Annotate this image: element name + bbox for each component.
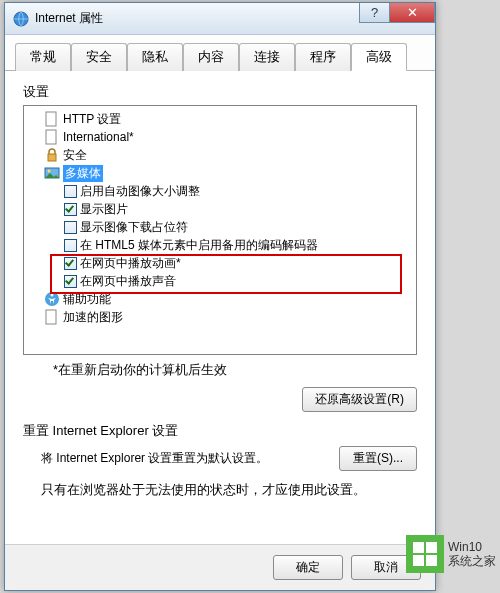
checkbox-auto-resize[interactable]	[64, 185, 77, 198]
tree-item-auto-resize[interactable]: 启用自动图像大小调整	[26, 182, 414, 200]
tree-label: 安全	[63, 147, 87, 164]
watermark-line1: Win10	[448, 540, 496, 554]
svg-rect-3	[48, 154, 56, 161]
watermark-line2: 系统之家	[448, 554, 496, 568]
tree-node-multimedia[interactable]: 多媒体	[26, 164, 414, 182]
internet-icon	[13, 11, 29, 27]
restore-advanced-button[interactable]: 还原高级设置(R)	[302, 387, 417, 412]
dialog-footer: 确定 取消	[5, 544, 435, 590]
tab-strip: 常规 安全 隐私 内容 连接 程序 高级	[5, 35, 435, 71]
tree-label: International*	[63, 130, 134, 144]
settings-label: 设置	[23, 83, 417, 101]
tree-item-label: 启用自动图像大小调整	[80, 183, 200, 200]
page-icon	[44, 111, 60, 127]
tree-item-label: 显示图片	[80, 201, 128, 218]
window-buttons: ? ✕	[359, 3, 435, 23]
help-button[interactable]: ?	[359, 3, 389, 23]
close-button[interactable]: ✕	[389, 3, 435, 23]
checkbox-show-placeholder[interactable]	[64, 221, 77, 234]
reset-hint: 只有在浏览器处于无法使用的状态时，才应使用此设置。	[41, 481, 417, 499]
lock-icon	[44, 147, 60, 163]
page-icon	[44, 129, 60, 145]
tab-advanced[interactable]: 高级	[351, 43, 407, 71]
checkbox-html5-codec[interactable]	[64, 239, 77, 252]
tab-privacy[interactable]: 隐私	[127, 43, 183, 71]
tree-item-html5-codec[interactable]: 在 HTML5 媒体元素中启用备用的编码解码器	[26, 236, 414, 254]
restart-note: *在重新启动你的计算机后生效	[53, 361, 417, 379]
tree-item-show-placeholder[interactable]: 显示图像下载占位符	[26, 218, 414, 236]
ok-button[interactable]: 确定	[273, 555, 343, 580]
win10-logo-icon	[406, 535, 444, 573]
tab-connections[interactable]: 连接	[239, 43, 295, 71]
reset-group-label: 重置 Internet Explorer 设置	[23, 422, 417, 440]
titlebar[interactable]: Internet 属性 ? ✕	[5, 3, 435, 35]
watermark-text: Win10 系统之家	[448, 540, 496, 568]
svg-rect-1	[46, 112, 56, 126]
reset-row: 将 Internet Explorer 设置重置为默认设置。 重置(S)...	[41, 446, 417, 471]
highlight-annotation	[50, 254, 402, 294]
svg-rect-2	[46, 130, 56, 144]
checkbox-show-images[interactable]	[64, 203, 77, 216]
watermark: Win10 系统之家	[406, 535, 496, 573]
restore-row: 还原高级设置(R)	[23, 387, 417, 412]
reset-button[interactable]: 重置(S)...	[339, 446, 417, 471]
tab-programs[interactable]: 程序	[295, 43, 351, 71]
tab-security[interactable]: 安全	[71, 43, 127, 71]
tree-node-http[interactable]: HTTP 设置	[26, 110, 414, 128]
page-icon	[44, 309, 60, 325]
svg-rect-8	[46, 310, 56, 324]
tree-label-selected: 多媒体	[63, 165, 103, 182]
tree-item-label: 显示图像下载占位符	[80, 219, 188, 236]
tree-node-international[interactable]: International*	[26, 128, 414, 146]
tree-node-security[interactable]: 安全	[26, 146, 414, 164]
tree-label: HTTP 设置	[63, 111, 121, 128]
tree-label: 加速的图形	[63, 309, 123, 326]
picture-icon	[44, 165, 60, 181]
tab-content[interactable]: 内容	[183, 43, 239, 71]
tree-node-accel-graphics[interactable]: 加速的图形	[26, 308, 414, 326]
settings-tree[interactable]: HTTP 设置 International* 安全 多媒体 启用自动图像大小调整…	[23, 105, 417, 355]
svg-point-5	[48, 170, 51, 173]
tab-general[interactable]: 常规	[15, 43, 71, 71]
tree-item-show-images[interactable]: 显示图片	[26, 200, 414, 218]
reset-description: 将 Internet Explorer 设置重置为默认设置。	[41, 450, 268, 467]
tree-item-label: 在 HTML5 媒体元素中启用备用的编码解码器	[80, 237, 318, 254]
internet-properties-dialog: Internet 属性 ? ✕ 常规 安全 隐私 内容 连接 程序 高级 设置 …	[4, 2, 436, 591]
tab-content-advanced: 设置 HTTP 设置 International* 安全 多媒体 启用自动图像大…	[5, 71, 435, 511]
